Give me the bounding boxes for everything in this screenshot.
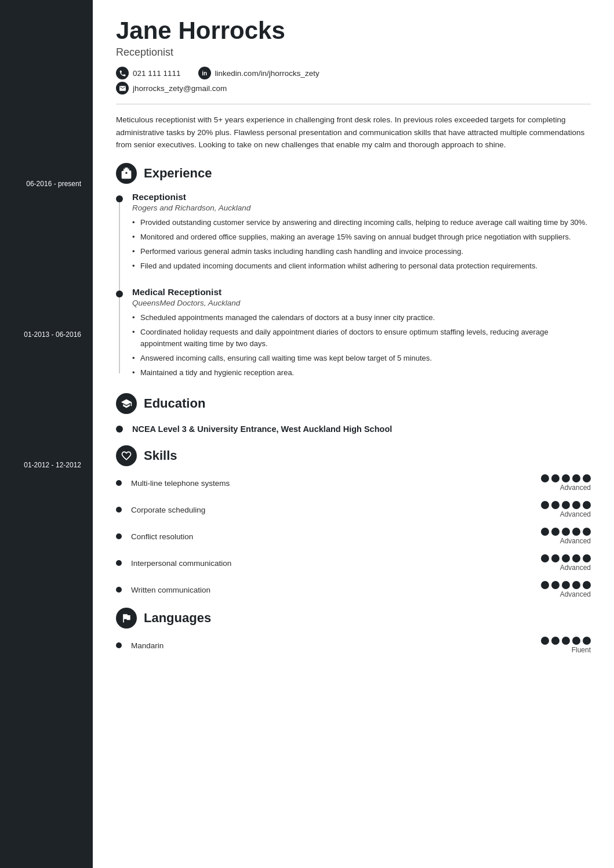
languages-section-title: Languages [144,611,211,626]
dot-3-5 [583,528,591,536]
dot-4-1 [541,554,549,562]
lang-level-1: Fluent [572,646,591,654]
skill-row-1: Multi-line telephone systems Advanced [116,474,591,492]
skill-level-2: Advanced [560,510,591,518]
job-company-1: Rogers and Richardson, Auckland [132,204,591,212]
summary-text: Meticulous receptionist with 5+ years ex… [116,114,591,151]
skill-dots-3 [541,528,591,536]
dot-3-4 [572,528,580,536]
job-bullets-1: Provided outstanding customer service by… [132,217,591,273]
dot-2-1 [541,501,549,509]
dot-4-2 [551,554,559,562]
skill-rating-1: Advanced [541,474,591,492]
skill-dot-5 [116,587,122,593]
lang-name-1: Mandarin [131,641,541,650]
header-divider [116,104,591,104]
skills-list: Multi-line telephone systems Advanced Co… [116,474,591,598]
skill-name-5: Written communication [131,586,541,594]
dot-1-3 [562,474,570,482]
skills-section-header: Skills [116,445,591,466]
header: Jane Horrocks Receptionist [116,17,591,59]
skill-rating-5: Advanced [541,581,591,598]
skill-name-3: Conflict resolution [131,532,541,541]
bullet-2-3: Answered incoming calls, ensuring call w… [132,353,591,364]
dot-2-2 [551,501,559,509]
skills-section-title: Skills [144,448,177,463]
dot-2-3 [562,501,570,509]
skill-level-4: Advanced [560,564,591,572]
dot-1-1 [541,474,549,482]
skill-row-3: Conflict resolution Advanced [116,528,591,545]
education-timeline: NCEA Level 3 & University Entrance, West… [116,422,591,434]
timeline-dot-1 [116,195,123,202]
skill-row-5: Written communication Advanced [116,581,591,598]
linkedin-text: linkedin.com/in/jhorrocks_zety [215,69,319,78]
bullet-1-3: Performed various general admin tasks in… [132,246,591,257]
skill-rating-3: Advanced [541,528,591,545]
dot-1-4 [572,474,580,482]
edu-entry-1: NCEA Level 3 & University Entrance, West… [116,422,591,434]
dot-3-2 [551,528,559,536]
lang-dot-1-5 [583,637,591,645]
lang-dots-1 [541,637,591,645]
languages-section-header: Languages [116,608,591,629]
phone-contact: 021 111 1111 [116,67,181,79]
lang-dot-1-3 [562,637,570,645]
sidebar: 06-2016 - present 01-2013 - 06-2016 01-2… [0,0,93,868]
skill-row-2: Corporate scheduling Advanced [116,501,591,518]
skills-icon [116,445,137,466]
bullet-2-1: Scheduled appointments managed the calen… [132,312,591,324]
lang-dot-1-2 [551,637,559,645]
skill-dots-4 [541,554,591,562]
skill-row-4: Interpersonal communication Advanced [116,554,591,572]
skill-dots-1 [541,474,591,482]
dot-5-2 [551,581,559,589]
candidate-title: Receptionist [116,46,591,59]
skill-dot-3 [116,533,122,539]
dot-5-5 [583,581,591,589]
bullet-1-1: Provided outstanding customer service by… [132,217,591,228]
skill-rating-4: Advanced [541,554,591,572]
education-section-title: Education [144,396,205,411]
lang-rating-1: Fluent [541,637,591,654]
main-content: Jane Horrocks Receptionist 021 111 1111 … [93,0,614,868]
skill-name-2: Corporate scheduling [131,506,541,514]
phone-icon [116,67,129,79]
dot-2-4 [572,501,580,509]
skill-rating-2: Advanced [541,501,591,518]
bullet-1-4: Filed and updated incoming documents and… [132,260,591,272]
dot-3-1 [541,528,549,536]
job-title-1: Receptionist [132,192,591,202]
email-contact: jhorrocks_zety@gmail.com [116,82,227,95]
edu-content-1: NCEA Level 3 & University Entrance, West… [132,422,591,434]
lang-dot-1-4 [572,637,580,645]
job-entry-2: Medical Receptionist QueensMed Doctors, … [116,287,591,382]
job-content-2: Medical Receptionist QueensMed Doctors, … [132,287,591,382]
dot-5-1 [541,581,549,589]
date-experience-2: 01-2013 - 06-2016 [24,331,81,339]
date-education-1: 01-2012 - 12-2012 [24,461,81,469]
skill-dot-2 [116,507,122,513]
dot-4-4 [572,554,580,562]
candidate-name: Jane Horrocks [116,17,591,44]
linkedin-contact: in linkedin.com/in/jhorrocks_zety [198,67,319,79]
bullet-2-4: Maintained a tidy and hygienic reception… [132,367,591,379]
lang-dot-1 [116,642,122,648]
education-section-header: Education [116,393,591,414]
lang-row-1: Mandarin Fluent [116,637,591,654]
experience-timeline: Receptionist Rogers and Richardson, Auck… [116,192,591,382]
languages-icon [116,608,137,629]
email-text: jhorrocks_zety@gmail.com [133,84,227,93]
job-bullets-2: Scheduled appointments managed the calen… [132,312,591,379]
edu-text-1: NCEA Level 3 & University Entrance, West… [132,424,591,434]
job-entry-1: Receptionist Rogers and Richardson, Auck… [116,192,591,275]
dot-4-3 [562,554,570,562]
experience-section-header: Experience [116,163,591,184]
dot-4-5 [583,554,591,562]
education-icon [116,393,137,414]
job-content-1: Receptionist Rogers and Richardson, Auck… [132,192,591,275]
lang-dot-1-1 [541,637,549,645]
bullet-2-2: Coordinated holiday requests and daily a… [132,326,591,350]
experience-section-title: Experience [144,166,212,181]
skill-name-1: Multi-line telephone systems [131,479,541,488]
